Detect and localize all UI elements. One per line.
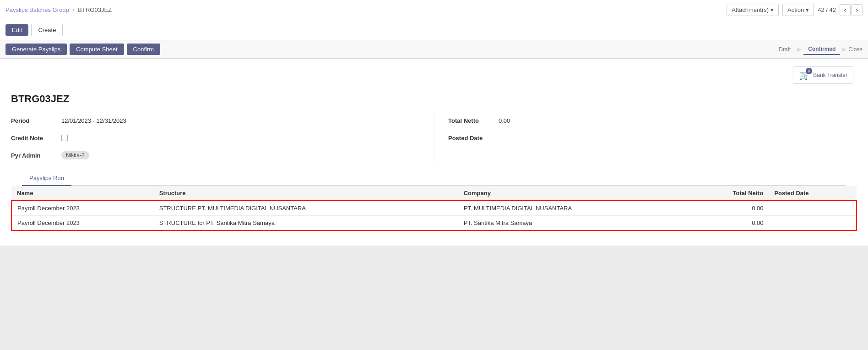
status-bar: Draft ▶ Confirmed ▶ Close	[774, 44, 863, 55]
table-cell-name: Payroll December 2023	[11, 216, 154, 231]
table-cell-name: Payroll December 2023	[11, 201, 154, 216]
generate-payslips-button[interactable]: Generate Payslips	[5, 44, 67, 55]
top-bar: Payslips Batches Group / BTRG03JEZ Attac…	[0, 0, 868, 20]
bank-transfer-widget[interactable]: 🛒 0 Bank Transfer	[793, 66, 853, 84]
compute-sheet-button[interactable]: Compute Sheet	[70, 44, 124, 55]
form-fields: Period 12/01/2023 - 12/31/2023 Credit No…	[11, 114, 857, 162]
page-background: 🛒 0 Bank Transfer BTRG03JEZ Period 12/01…	[0, 59, 868, 350]
credit-note-row: Credit Note	[11, 131, 434, 144]
credit-note-label: Credit Note	[11, 135, 57, 142]
attachment-button[interactable]: Attachment(s) ▾	[727, 4, 779, 16]
period-value: 12/01/2023 - 12/31/2023	[57, 117, 126, 124]
attachment-chevron-icon: ▾	[770, 6, 774, 13]
table-cell-posted_date	[769, 216, 857, 231]
breadcrumb-current: BTRG03JEZ	[78, 6, 112, 13]
table-cell-company: PT. MULTIMEDIA DIGITAL NUSANTARA	[458, 201, 689, 216]
bank-transfer-label: Bank Transfer	[813, 72, 847, 78]
table-cell-total_netto: 0.00	[689, 216, 769, 231]
total-netto-row: Total Netto 0.00	[448, 114, 857, 127]
form-left: Period 12/01/2023 - 12/31/2023 Credit No…	[11, 114, 434, 162]
breadcrumb-separator: /	[73, 6, 75, 13]
posted-date-row: Posted Date	[448, 131, 857, 144]
status-separator: ▶	[797, 46, 802, 53]
col-structure: Structure	[154, 186, 458, 201]
content-card: 🛒 0 Bank Transfer BTRG03JEZ Period 12/01…	[0, 59, 868, 246]
col-total-netto: Total Netto	[689, 186, 769, 201]
nav-prev-button[interactable]: ‹	[840, 4, 851, 16]
posted-date-label: Posted Date	[448, 135, 494, 142]
cart-icon-wrapper: 🛒 0	[799, 70, 810, 81]
edit-button[interactable]: Edit	[5, 24, 28, 36]
nav-count: 42 / 42	[818, 6, 836, 13]
form-right: Total Netto 0.00 Posted Date	[434, 114, 857, 162]
table-row[interactable]: Payroll December 2023STRUCTURE for PT. S…	[11, 216, 857, 231]
table-cell-structure: STRUCTURE for PT. Santika Mitra Samaya	[154, 216, 458, 231]
tab-payslips-run[interactable]: Payslips Run	[22, 171, 71, 186]
action-button[interactable]: Action ▾	[782, 4, 814, 16]
payslips-table: Name Structure Company Total Netto Poste…	[11, 186, 857, 231]
total-netto-value: 0.00	[494, 117, 510, 124]
col-name: Name	[11, 186, 154, 201]
status-draft-button[interactable]: Draft	[774, 44, 795, 55]
table-row[interactable]: Payroll December 2023STRUCTURE PT. MULTI…	[11, 201, 857, 216]
col-company: Company	[458, 186, 689, 201]
action-label: Action	[787, 6, 804, 13]
status-confirmed-button[interactable]: Confirmed	[803, 44, 840, 55]
status-separator2: ▶	[842, 46, 846, 53]
col-posted-date: Posted Date	[769, 186, 857, 201]
create-button[interactable]: Create	[31, 24, 63, 36]
bank-transfer-badge: 0	[806, 68, 812, 74]
tabs-area: Payslips Run	[22, 171, 846, 186]
total-netto-label: Total Netto	[448, 117, 494, 124]
record-title: BTRG03JEZ	[11, 93, 857, 105]
table-cell-structure: STRUCTURE PT. MULTIMEDIA DIGITAL NUSANTA…	[154, 201, 458, 216]
action-bar-left: Generate Payslips Compute Sheet Confirm	[5, 44, 160, 55]
period-label: Period	[11, 117, 57, 124]
nav-arrows: ‹ ›	[840, 4, 863, 16]
pyr-admin-label: Pyr Admin	[11, 152, 57, 159]
nav-next-button[interactable]: ›	[852, 4, 863, 16]
pyr-admin-row: Pyr Admin Nikita-2	[11, 149, 434, 162]
table-cell-posted_date	[769, 201, 857, 216]
credit-note-checkbox[interactable]	[61, 135, 68, 141]
pyr-admin-value: Nikita-2	[61, 151, 89, 159]
table-body: Payroll December 2023STRUCTURE PT. MULTI…	[11, 201, 857, 230]
table-cell-total_netto: 0.00	[689, 201, 769, 216]
table-header-row: Name Structure Company Total Netto Poste…	[11, 186, 857, 201]
action-chevron-icon: ▾	[806, 6, 809, 13]
confirm-button[interactable]: Confirm	[127, 44, 161, 55]
form-area: BTRG03JEZ Period 12/01/2023 - 12/31/2023…	[0, 84, 868, 246]
table-area: Name Structure Company Total Netto Poste…	[11, 186, 857, 240]
attachment-label: Attachment(s)	[732, 6, 769, 13]
action-bar: Generate Payslips Compute Sheet Confirm …	[0, 40, 868, 59]
breadcrumb-parent[interactable]: Payslips Batches Group	[5, 6, 69, 13]
breadcrumb: Payslips Batches Group / BTRG03JEZ	[5, 6, 112, 13]
status-close-button[interactable]: Close	[848, 46, 863, 53]
table-cell-company: PT. Santika Mitra Samaya	[458, 216, 689, 231]
period-row: Period 12/01/2023 - 12/31/2023	[11, 114, 434, 127]
